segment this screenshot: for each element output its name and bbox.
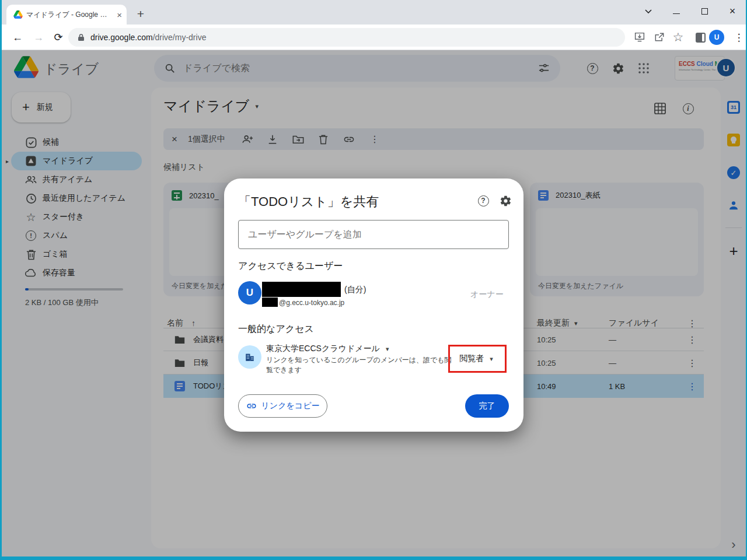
owner-role-label: オーナー bbox=[470, 289, 504, 300]
browser-toolbar: ← → ⟳ drive.google.com/drive/my-drive ☆ … bbox=[2, 24, 746, 50]
dialog-title: 「TODOリスト」を共有 bbox=[238, 193, 379, 211]
window-close-button[interactable]: × bbox=[727, 6, 738, 16]
browser-avatar[interactable]: U bbox=[709, 30, 724, 45]
dialog-settings-gear-icon[interactable] bbox=[498, 194, 512, 208]
annotation-highlight-box bbox=[448, 345, 507, 373]
install-icon[interactable] bbox=[632, 30, 647, 45]
screen: マイドライブ - Google ドライブ × + × ← → ⟳ drive.g… bbox=[0, 0, 747, 560]
tab-close-icon[interactable]: × bbox=[117, 10, 122, 20]
group-avatar bbox=[238, 345, 261, 369]
people-with-access-heading: アクセスできるユーザー bbox=[238, 260, 343, 272]
lock-icon bbox=[78, 33, 85, 41]
copy-link-label: リンクをコピー bbox=[261, 401, 320, 411]
done-button[interactable]: 完了 bbox=[465, 394, 509, 418]
window-maximize-button[interactable] bbox=[699, 6, 710, 16]
group-access-selector[interactable]: 東京大学ECCSクラウドメール ▾ bbox=[266, 344, 389, 354]
redacted-owner-email bbox=[262, 298, 278, 307]
drive-page: ドライブ ? ECCS Cloud Mail Information Techn… bbox=[2, 50, 746, 556]
reload-button[interactable]: ⟳ bbox=[51, 30, 66, 45]
back-button[interactable]: ← bbox=[10, 30, 25, 45]
general-access-heading: 一般的なアクセス bbox=[238, 323, 314, 335]
group-caret-icon: ▾ bbox=[386, 345, 389, 353]
browser-menu-kebab-icon[interactable]: ⋮ bbox=[731, 30, 746, 45]
tab-title: マイドライブ - Google ドライブ bbox=[26, 10, 113, 20]
copy-link-button[interactable]: リンクをコピー bbox=[238, 394, 327, 418]
browser-tab[interactable]: マイドライブ - Google ドライブ × bbox=[6, 5, 127, 24]
url-path: /drive/my-drive bbox=[153, 33, 207, 42]
window-minimize-button[interactable] bbox=[671, 6, 682, 16]
url-host: drive.google.com bbox=[90, 33, 153, 42]
tab-strip: マイドライブ - Google ドライブ × + × bbox=[2, 0, 746, 24]
new-tab-button[interactable]: + bbox=[132, 6, 149, 22]
bookmark-star-icon[interactable]: ☆ bbox=[671, 30, 686, 45]
forward-button[interactable]: → bbox=[31, 30, 46, 45]
owner-avatar: U bbox=[238, 281, 261, 304]
browser-window: マイドライブ - Google ドライブ × + × ← → ⟳ drive.g… bbox=[2, 0, 746, 556]
owner-self-suffix: (自分) bbox=[344, 285, 366, 295]
owner-email-suffix: @g.ecc.u-tokyo.ac.jp bbox=[279, 299, 344, 307]
window-chevron-icon[interactable] bbox=[643, 6, 654, 16]
share-icon[interactable] bbox=[652, 30, 667, 45]
group-access-description: リンクを知っているこのグループのメンバーは、誰でも閲覧できます bbox=[266, 355, 452, 375]
link-icon bbox=[246, 401, 257, 411]
organization-building-icon bbox=[245, 352, 255, 362]
share-dialog: 「TODOリスト」を共有 ? アクセスできるユーザー U (自分) @g.ecc… bbox=[224, 178, 523, 432]
side-panel-icon[interactable] bbox=[693, 30, 708, 45]
address-bar[interactable]: drive.google.com/drive/my-drive bbox=[68, 28, 625, 47]
dialog-help-icon[interactable]: ? bbox=[476, 194, 490, 208]
add-people-input[interactable] bbox=[238, 220, 509, 249]
redacted-owner-name bbox=[262, 282, 341, 297]
drive-favicon bbox=[13, 10, 23, 19]
